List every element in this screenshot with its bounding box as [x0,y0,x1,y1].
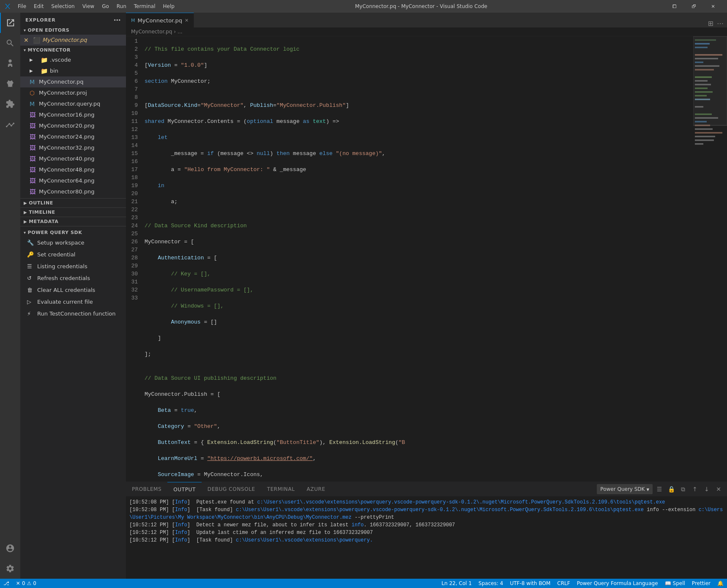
maximize-button[interactable]: 🗗 [684,0,703,13]
window-title: MyConnector.pq - MyConnector - Visual St… [178,3,664,9]
status-notifications[interactable]: 🔔 [714,579,727,588]
file-png-40[interactable]: 🖼 MyConnector40.png [20,153,126,164]
panel-close-button[interactable]: ✕ [713,484,724,494]
open-editors-header[interactable]: ▾ Open Editors [20,26,126,35]
statusbar: ⎇ ✕ 0 ⚠ 0 Ln 22, Col 1 Spaces: 4 UTF-8 w… [0,579,727,588]
warning-icon: ⚠ [27,580,32,586]
app-icon [4,3,11,10]
chevron-right-icon-bin: ▶ [30,66,36,76]
pq-sdk-listing-credentials[interactable]: ☰ Listing credentials [20,261,126,272]
file-png-32[interactable]: 🖼 MyConnector32.png [20,142,126,153]
panel-content[interactable]: [10:52:08 PM] [Info] Pqtest.exe found at… [126,497,727,579]
folder-bin[interactable]: ▶ 📁 bin [20,65,126,76]
list-icon: ☰ [27,262,34,271]
panel-scroll-up-button[interactable]: ↑ [690,484,700,494]
png64-icon: 🖼 [30,176,36,185]
menu-help[interactable]: Help [160,0,178,13]
activity-testing[interactable] [0,114,20,134]
svg-rect-26 [693,36,727,125]
sidebar-more-button[interactable]: ⋯ [114,16,121,24]
activity-settings[interactable] [0,558,20,579]
minimize-button[interactable]: ⧠ [664,0,684,13]
pq-sdk-set-credential[interactable]: 🔑 Set credential [20,249,126,261]
menu-file[interactable]: File [14,0,30,13]
query-pq-icon: M [30,99,36,109]
file-png-24[interactable]: 🖼 MyConnector24.png [20,131,126,142]
output-line-1: [10:52:08 PM] [Info] Pqtest.exe found at… [129,498,724,506]
run-test-icon: ⚡ [27,309,34,318]
more-actions-icon[interactable]: ⋯ [717,19,724,27]
split-editor-icon[interactable]: ⊞ [708,19,713,27]
png80-icon: 🖼 [30,187,36,196]
status-prettier[interactable]: Prettier [689,579,714,588]
metadata-header[interactable]: ▶ Metadata [20,217,126,226]
pq-sdk-evaluate-file[interactable]: ▷ Evaluate current file [20,296,126,308]
menu-terminal[interactable]: Terminal [131,0,159,13]
panel-tab-terminal[interactable]: TERMINAL [261,482,301,497]
menu-edit[interactable]: Edit [30,0,47,13]
menu-run[interactable]: Run [113,0,130,13]
spell-icon: 📖 [665,580,671,586]
menu-selection[interactable]: Selection [48,0,78,13]
svg-rect-21 [695,128,713,130]
activity-debug[interactable] [0,74,20,94]
menu-view[interactable]: View [79,0,98,13]
code-editor[interactable]: 12345 678910 1112131415 1617181920 21222… [126,36,693,482]
status-errors[interactable]: ✕ 0 ⚠ 0 [13,579,40,588]
panel-tab-problems[interactable]: PROBLEMS [126,482,167,497]
status-line-col[interactable]: Ln 22, Col 1 [438,579,476,588]
remote-icon: ⎇ [3,580,9,586]
activity-letter[interactable] [0,538,20,558]
pq-sdk-run-testconnection[interactable]: ⚡ Run TestConnection function [20,308,126,320]
pq-sdk-refresh-credentials[interactable]: ↺ Refresh credentials [20,272,126,284]
panel: PROBLEMS OUTPUT DEBUG CONSOLE TERMINAL A… [126,482,727,579]
file-myconnector-proj[interactable]: ⬡ MyConnector.proj [20,87,126,98]
folder-vscode[interactable]: ▶ 📁 .vscode [20,54,126,65]
pq-sdk-clear-credentials[interactable]: 🗑 Clear ALL credentials [20,284,126,296]
pq-sdk-setup-workspace[interactable]: 🔧 Setup workspace [20,237,126,249]
activity-bar [0,13,20,579]
file-png-64[interactable]: 🖼 MyConnector64.png [20,175,126,186]
activity-extensions[interactable] [0,94,20,114]
timeline-header[interactable]: ▶ Timeline [20,208,126,217]
panel-copy-button[interactable]: ⧉ [678,484,688,494]
code-content[interactable]: // This file contains your Data Connecto… [143,36,693,482]
status-right: Ln 22, Col 1 Spaces: 4 UTF-8 with BOM CR… [438,579,727,588]
tab-myconnector-pq[interactable]: M MyConnector.pq ✕ [126,13,194,27]
file-myconnector-query-pq[interactable]: M MyConnector.query.pq [20,98,126,109]
tab-close-button[interactable]: ✕ [185,18,189,23]
panel-tab-output[interactable]: OUTPUT [167,482,202,497]
pq-sdk-header[interactable]: ▾ Power Query SDK [20,228,126,237]
status-spaces[interactable]: Spaces: 4 [475,579,506,588]
status-line-ending[interactable]: CRLF [554,579,573,588]
svg-rect-25 [695,143,703,145]
panel-scroll-bottom-button[interactable]: ↓ [702,484,712,494]
main-layout: Explorer ⋯ ▾ Open Editors ✕ ⬛ MyConnecto… [0,13,727,579]
status-spell[interactable]: 📖 Spell [661,579,689,588]
close-button[interactable]: ✕ [703,0,723,13]
panel-lock-button[interactable]: 🔒 [666,484,676,494]
status-encoding[interactable]: UTF-8 with BOM [506,579,554,588]
chevron-right-icon: ▶ [30,55,36,65]
panel-tab-azure[interactable]: AZURE [301,482,331,497]
activity-search[interactable] [0,33,20,53]
panel-filter-button[interactable]: ☰ [654,484,664,494]
open-file-myconnector-pq[interactable]: ✕ ⬛ MyConnector.pq [20,35,126,46]
status-language[interactable]: Power Query Formula Language [574,579,661,588]
outline-header[interactable]: ▶ Outline [20,199,126,207]
open-editors-section: ▾ Open Editors ✕ ⬛ MyConnector.pq [20,26,126,46]
panel-tab-debug-console[interactable]: DEBUG CONSOLE [202,482,261,497]
file-png-20[interactable]: 🖼 MyConnector20.png [20,120,126,131]
bell-icon: 🔔 [717,580,724,586]
status-remote-icon[interactable]: ⎇ [0,579,13,588]
output-dropdown[interactable]: Power Query SDK ▾ [597,484,653,494]
file-myconnector-pq[interactable]: M MyConnector.pq [20,76,126,87]
activity-source-control[interactable] [0,53,20,74]
myconnector-folder-header[interactable]: ▾ MYCONNECTOR [20,46,126,54]
file-png-48[interactable]: 🖼 MyConnector48.png [20,164,126,175]
file-png-80[interactable]: 🖼 MyConnector80.png [20,186,126,197]
png32-icon: 🖼 [30,143,36,152]
menu-go[interactable]: Go [98,0,112,13]
activity-explorer[interactable] [0,13,20,33]
file-png-16[interactable]: 🖼 MyConnector16.png [20,109,126,120]
